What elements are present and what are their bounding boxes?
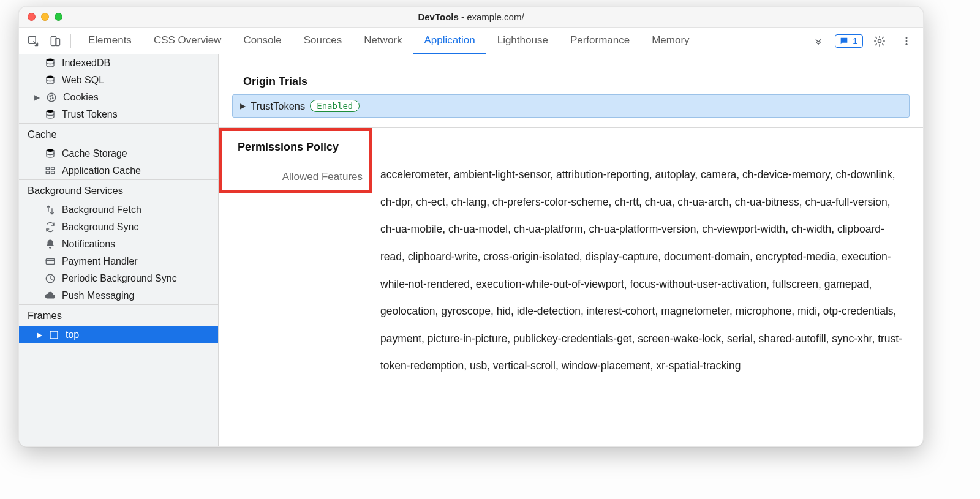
disclosure-triangle-icon: ▶ [36, 331, 42, 339]
sidebar-item-notifications[interactable]: Notifications [19, 236, 218, 253]
sidebar-item-application-cache[interactable]: Application Cache [19, 162, 218, 179]
sidebar-item-cookies[interactable]: ▶ Cookies [19, 89, 218, 106]
inspect-element-icon[interactable] [23, 31, 43, 51]
more-tabs-icon[interactable] [808, 31, 829, 51]
permissions-policy-section: Permissions Policy Allowed Features acce… [219, 128, 923, 402]
sidebar-item-label: IndexedDB [62, 58, 110, 69]
svg-point-10 [50, 96, 51, 97]
database-icon [45, 148, 56, 159]
svg-rect-20 [46, 259, 55, 265]
tab-label: Lighthouse [497, 34, 548, 47]
close-window-button[interactable] [28, 13, 36, 21]
svg-rect-23 [50, 331, 58, 339]
titlebar: DevTools - example.com/ [19, 7, 923, 28]
permissions-policy-title: Permissions Policy [238, 141, 339, 154]
sidebar-item-label: Background Fetch [62, 204, 141, 216]
zoom-window-button[interactable] [55, 13, 62, 21]
sidebar-group-cache[interactable]: Cache [19, 124, 218, 145]
tab-network[interactable]: Network [353, 28, 413, 54]
sidebar-section-storage-tail: IndexedDB Web SQL ▶ Cookies Trust Tokens [19, 54, 218, 123]
bell-icon [45, 239, 56, 250]
issues-chip[interactable]: 1 [835, 34, 863, 48]
sidebar-item-label: Application Cache [62, 165, 141, 176]
svg-point-8 [47, 76, 54, 79]
clock-icon [45, 273, 56, 284]
disclosure-triangle-icon: ▶ [34, 93, 40, 102]
sync-icon [45, 222, 56, 233]
svg-point-11 [52, 95, 53, 96]
status-badge: Enabled [310, 100, 360, 112]
origin-trial-name: TrustTokens [251, 100, 305, 112]
svg-point-14 [47, 110, 54, 113]
section-origin-trials-title: Origin Trials [219, 68, 923, 94]
sidebar-item-bg-fetch[interactable]: Background Fetch [19, 201, 218, 219]
tab-label: Sources [304, 34, 342, 47]
tab-label: Performance [570, 34, 630, 47]
svg-rect-16 [46, 167, 49, 170]
tab-label: Application [424, 34, 475, 47]
tab-console[interactable]: Console [232, 28, 292, 54]
title-page: example.com/ [467, 12, 524, 22]
svg-point-3 [878, 39, 881, 42]
application-sidebar: IndexedDB Web SQL ▶ Cookies Trust Tokens [19, 54, 219, 446]
window-title: DevTools - example.com/ [418, 12, 524, 22]
sidebar-item-label: Web SQL [62, 75, 104, 86]
database-icon [45, 75, 56, 86]
disclosure-triangle-icon: ▶ [240, 102, 246, 110]
sidebar-item-periodic-sync[interactable]: Periodic Background Sync [19, 270, 218, 287]
sidebar-item-frame-top[interactable]: ▶ top [19, 326, 218, 343]
sidebar-item-label: top [66, 329, 79, 340]
sidebar-group-frames[interactable]: Frames [19, 305, 218, 326]
tab-application[interactable]: Application [413, 28, 486, 54]
cookie-icon [46, 92, 57, 103]
svg-point-15 [47, 149, 54, 152]
device-toolbar-icon[interactable] [45, 31, 66, 51]
devtools-window: DevTools - example.com/ Elements CSS Ove… [18, 6, 924, 447]
card-icon [45, 256, 56, 267]
panel-tabs: Elements CSS Overview Console Sources Ne… [77, 28, 805, 54]
tab-sources[interactable]: Sources [293, 28, 353, 54]
tab-label: Memory [652, 34, 689, 47]
frame-details-panel: Origin Trials ▶ TrustTokens Enabled Perm… [219, 54, 923, 446]
database-icon [45, 109, 56, 120]
svg-point-13 [53, 98, 54, 99]
title-sep: - [461, 12, 467, 22]
minimize-window-button[interactable] [41, 13, 49, 21]
svg-point-6 [906, 43, 908, 45]
tab-elements[interactable]: Elements [77, 28, 143, 54]
sidebar-group-bg[interactable]: Background Services [19, 180, 218, 201]
tab-performance[interactable]: Performance [559, 28, 641, 54]
sidebar-item-bg-sync[interactable]: Background Sync [19, 219, 218, 236]
tab-label: Console [243, 34, 281, 47]
settings-icon[interactable] [869, 31, 890, 51]
sidebar-item-indexeddb[interactable]: IndexedDB [19, 54, 218, 72]
sidebar-item-label: Trust Tokens [62, 109, 118, 120]
allowed-features-list: accelerometer, ambient-light-sensor, att… [380, 128, 906, 380]
svg-point-5 [906, 40, 908, 42]
main-toolbar: Elements CSS Overview Console Sources Ne… [19, 28, 923, 54]
tab-label: CSS Overview [154, 34, 222, 47]
sidebar-item-trust-tokens[interactable]: Trust Tokens [19, 106, 218, 123]
sidebar-item-payment-handler[interactable]: Payment Handler [19, 253, 218, 270]
tab-memory[interactable]: Memory [641, 28, 700, 54]
toolbar-right: 1 [808, 31, 917, 51]
svg-point-4 [906, 37, 908, 39]
svg-rect-18 [46, 171, 49, 174]
tab-css-overview[interactable]: CSS Overview [143, 28, 233, 54]
sidebar-item-push-messaging[interactable]: Push Messaging [19, 287, 218, 304]
sidebar-item-label: Cache Storage [62, 148, 127, 159]
sidebar-item-websql[interactable]: Web SQL [19, 72, 218, 89]
sidebar-item-label: Notifications [62, 239, 115, 250]
tab-lighthouse[interactable]: Lighthouse [486, 28, 559, 54]
svg-rect-17 [51, 167, 55, 170]
tab-label: Elements [88, 34, 132, 47]
panel-body: IndexedDB Web SQL ▶ Cookies Trust Tokens [19, 54, 923, 446]
origin-trial-row[interactable]: ▶ TrustTokens Enabled [232, 94, 910, 118]
svg-point-7 [47, 59, 54, 62]
kebab-menu-icon[interactable] [896, 31, 917, 51]
tab-label: Network [364, 34, 402, 47]
grid-icon [45, 165, 56, 176]
sidebar-item-cache-storage[interactable]: Cache Storage [19, 145, 218, 162]
title-app: DevTools [418, 12, 458, 22]
cloud-icon [45, 290, 56, 301]
